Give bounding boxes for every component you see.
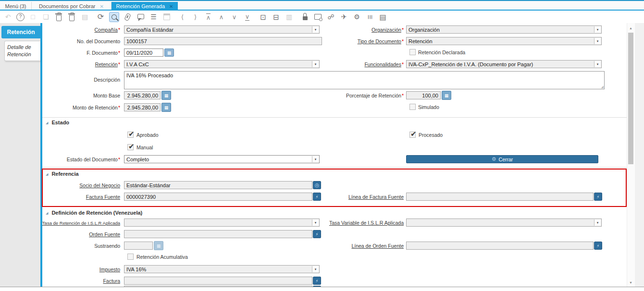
chevron-down-icon[interactable] [594, 219, 601, 226]
save-icon: ▤ [80, 12, 89, 22]
orden-fuente-input[interactable] [124, 230, 312, 238]
label-organizacion[interactable]: Organización [372, 27, 404, 33]
label-factura-fuente[interactable]: Factura Fuente [86, 194, 120, 200]
procesado-checkbox[interactable] [409, 132, 416, 138]
scrollbar-thumb[interactable] [628, 33, 633, 164]
label-tasa-variable[interactable]: Tasa Variable de I.S.L.R Aplicada [329, 220, 404, 226]
calculator-button[interactable] [161, 91, 171, 100]
help-icon[interactable]: ? [16, 13, 25, 21]
record-zoom-button[interactable] [313, 230, 321, 238]
record-zoom-button[interactable] [313, 277, 321, 285]
chevron-down-icon[interactable] [594, 61, 601, 67]
tasa-variable-select[interactable] [406, 218, 602, 227]
collapse-triangle-icon[interactable] [46, 172, 48, 176]
detail-record-icon[interactable]: ⟩ [191, 12, 200, 22]
send-request-icon[interactable]: ✈ [339, 12, 348, 22]
collapse-triangle-icon[interactable] [46, 121, 48, 124]
scroll-up-arrow-icon[interactable] [627, 24, 635, 32]
manual-checkbox[interactable] [127, 144, 134, 150]
label-retencion[interactable]: Retención [95, 61, 120, 67]
next-record-icon[interactable]: ∨ [230, 12, 239, 22]
label-compania[interactable]: Compañía [94, 27, 120, 33]
linea-orden-fuente-input[interactable] [406, 242, 594, 250]
label-socio-negocio[interactable]: Socio del Negocio [79, 182, 120, 188]
label-orden-fuente[interactable]: Orden Fuente [89, 231, 120, 237]
sidebar-tab-detalle-retencion[interactable]: Detalle de Retención [4, 41, 40, 61]
product-info-barcode-icon[interactable]: ☰ [365, 12, 374, 22]
retencion-select[interactable]: I.V.A CxC [124, 60, 320, 68]
zoom-across-icon[interactable] [313, 12, 322, 22]
aprobado-checkbox[interactable] [127, 132, 134, 138]
label-funcionalidades[interactable]: Funcionalidades [364, 61, 404, 67]
factura-fuente-input[interactable]: 0000027390 [124, 193, 312, 201]
impuesto-select[interactable]: IVA 16% [124, 265, 320, 273]
compania-select[interactable]: Compañía Estándar [124, 25, 320, 34]
monto-retencion-input[interactable]: 2.945.280,00 [124, 103, 161, 111]
funcionalidades-select[interactable]: IVA-CxP_Retención de I.V.A. (Documento p… [406, 60, 602, 68]
descripcion-textarea[interactable]: IVA 16% Procesado [124, 71, 605, 89]
delete-record-icon[interactable] [54, 12, 63, 22]
monto-base-input[interactable]: 2.945.280,00 [124, 91, 161, 99]
collapse-triangle-icon[interactable] [46, 211, 48, 215]
archive-icon[interactable]: ⊟ [272, 12, 281, 22]
refresh-icon[interactable]: ⟳ [96, 12, 105, 22]
report-icon[interactable]: ⊡ [259, 12, 268, 22]
retencion-declarada-checkbox[interactable] [409, 49, 416, 55]
parent-record-icon[interactable]: ⟨ [178, 12, 187, 22]
record-zoom-button[interactable] [594, 242, 602, 250]
socio-negocio-input[interactable]: Estándar-Estándar [124, 181, 312, 189]
first-record-icon[interactable]: ∧ [204, 12, 213, 22]
new-record-icon: □ [28, 12, 37, 22]
close-icon[interactable] [169, 4, 173, 9]
organizacion-select[interactable]: Organización [406, 25, 602, 34]
chevron-down-icon[interactable] [312, 156, 319, 162]
label-impuesto[interactable]: Impuesto [99, 267, 120, 272]
record-zoom-button[interactable] [594, 193, 602, 201]
chevron-down-icon[interactable] [312, 61, 319, 67]
calendar-picker-button[interactable] [164, 48, 174, 57]
label-linea-factura-fuente[interactable]: Línea de Factura Fuente [348, 194, 404, 200]
close-icon[interactable] [100, 4, 104, 9]
section-header-referencia[interactable]: Referencia [46, 171, 79, 177]
linea-factura-fuente-input[interactable] [406, 193, 594, 201]
estado-documento-select[interactable]: Completo [124, 155, 320, 163]
tasa-islr-select[interactable] [124, 218, 320, 227]
workflow-icon[interactable]: ☍ [326, 12, 335, 22]
chevron-down-icon[interactable] [312, 219, 319, 226]
cerrar-button[interactable]: Cerrar [406, 155, 598, 163]
last-record-icon[interactable]: ∨ [243, 12, 252, 22]
preferences-gear-icon[interactable]: ⚙ [352, 12, 361, 22]
simulado-checkbox[interactable] [409, 104, 416, 110]
calculator-button[interactable] [161, 103, 171, 112]
label-linea-orden-fuente[interactable]: Línea de Orden Fuente [351, 243, 404, 249]
find-icon[interactable] [109, 12, 119, 22]
label-tipo-documento[interactable]: Tipo de Documento [358, 38, 404, 44]
chevron-down-icon[interactable] [594, 26, 601, 33]
chat-icon[interactable] [136, 12, 145, 22]
chevron-down-icon[interactable] [312, 26, 319, 33]
previous-record-icon[interactable]: ∧ [217, 12, 226, 22]
sidebar-tab-retencion[interactable]: Retención [1, 26, 40, 38]
memo-icon[interactable]: ▤ [378, 12, 387, 22]
scroll-down-arrow-icon[interactable] [627, 279, 635, 286]
sustraendo-input[interactable] [124, 242, 153, 250]
record-zoom-button[interactable] [313, 193, 321, 201]
attachment-icon[interactable] [123, 12, 132, 22]
section-header-estado[interactable]: Estado [46, 120, 69, 125]
factura-input[interactable] [124, 277, 312, 285]
chevron-down-icon[interactable] [312, 266, 319, 272]
label-tasa-islr[interactable]: Tasa de Retención de I.S.L.R Aplicada [42, 220, 120, 226]
tipo-documento-select[interactable]: Retención [406, 37, 602, 45]
delete-selection-icon[interactable] [67, 12, 76, 22]
no-documento-input[interactable]: 1000157 [124, 37, 322, 45]
f-documento-input[interactable]: 09/11/2020 [124, 48, 163, 57]
chevron-down-icon[interactable] [594, 38, 601, 44]
calculator-button[interactable] [442, 91, 451, 100]
section-header-definicion[interactable]: Definición de Retención (Venezuela) [46, 210, 142, 216]
lock-icon[interactable] [300, 12, 310, 22]
business-partner-info-button[interactable] [313, 181, 321, 189]
retencion-acumulativa-checkbox[interactable] [127, 254, 134, 260]
grid-toggle-icon[interactable]: ☰ [149, 12, 158, 22]
porcentaje-retencion-input[interactable]: 100,00 [406, 91, 441, 99]
label-factura[interactable]: Factura [103, 278, 120, 284]
